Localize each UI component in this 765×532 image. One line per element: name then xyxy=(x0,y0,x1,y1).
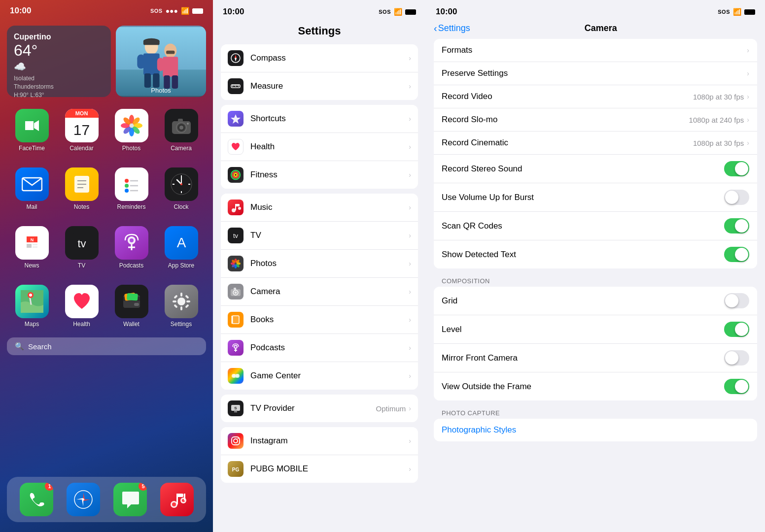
svg-marker-105 xyxy=(235,58,237,62)
settings-row-pubg[interactable]: PG PUBG MOBILE › xyxy=(221,455,418,483)
svg-rect-35 xyxy=(22,176,42,192)
app-mail[interactable]: Mail xyxy=(7,164,57,214)
cam-row-formats[interactable]: Formats › xyxy=(434,39,757,62)
record-slomo-label: Record Slo-mo xyxy=(442,115,689,125)
settings-row-measure[interactable]: Measure › xyxy=(221,72,418,100)
instagram-row-icon xyxy=(228,433,243,449)
app-wallet[interactable]: Wallet xyxy=(106,281,156,332)
app-camera[interactable]: Camera xyxy=(156,105,206,156)
phone-badge: 1 xyxy=(45,483,53,491)
settings-row-music[interactable]: Music › xyxy=(221,194,418,222)
cam-row-preserve[interactable]: Preserve Settings › xyxy=(434,62,757,85)
cam-row-photo-styles[interactable]: Photographic Styles xyxy=(434,419,757,441)
svg-point-143 xyxy=(233,374,239,378)
settings-title: Settings xyxy=(213,21,426,44)
photos-widget[interactable]: Photos xyxy=(116,26,206,97)
app-news[interactable]: N News xyxy=(7,222,57,273)
grid-toggle[interactable] xyxy=(724,293,749,308)
app-health[interactable]: Health xyxy=(57,281,106,332)
tv-icon: tv xyxy=(65,226,99,260)
app-maps[interactable]: Maps xyxy=(7,281,57,332)
svg-marker-19 xyxy=(34,120,39,131)
app-appstore[interactable]: A App Store xyxy=(156,222,206,273)
detected-text-toggle[interactable] xyxy=(724,247,749,262)
dock-phone[interactable]: 1 xyxy=(20,483,53,516)
homescreen-panel: 10:00 SOS ●●● 📶 Cupertino 64° ☁️ Isolate… xyxy=(0,0,213,532)
stereo-toggle[interactable] xyxy=(724,161,749,176)
settings-row-compass[interactable]: Compass › xyxy=(221,44,418,72)
gamecenter-row-icon xyxy=(228,368,243,384)
dock-messages[interactable]: 5 xyxy=(113,483,147,516)
shortcuts-row-icon xyxy=(228,111,243,127)
hs-time: 10:00 xyxy=(10,6,31,16)
facetime-icon xyxy=(15,109,49,142)
svg-marker-93 xyxy=(76,498,83,499)
camera-detail-panel: 10:00 SOS 📶 ‹ Settings Camera Formats › … xyxy=(426,0,765,532)
photos-label: Photos xyxy=(122,145,140,152)
shortcuts-label: Shortcuts xyxy=(250,114,409,124)
svg-point-41 xyxy=(125,179,129,183)
settings-row-gamecenter[interactable]: Game Center › xyxy=(221,362,418,390)
grid-label: Grid xyxy=(442,296,724,306)
music-label: Music xyxy=(250,202,409,212)
mirror-toggle[interactable] xyxy=(724,350,749,366)
svg-rect-85 xyxy=(186,300,190,302)
cam-row-record-cinematic[interactable]: Record Cinematic 1080p at 30 fps › xyxy=(434,132,757,155)
back-chevron-icon: ‹ xyxy=(434,23,437,34)
svg-rect-133 xyxy=(234,288,236,290)
settings-row-photos2[interactable]: Photos › xyxy=(221,250,418,278)
svg-point-115 xyxy=(234,173,237,176)
books-row-icon xyxy=(228,312,243,328)
settings-status-bar: 10:00 SOS 📶 xyxy=(213,0,426,21)
dock-safari[interactable] xyxy=(67,483,100,516)
app-reminders[interactable]: Reminders xyxy=(106,164,156,214)
settings-row-fitness[interactable]: Fitness › xyxy=(221,161,418,189)
weather-widget[interactable]: Cupertino 64° ☁️ IsolatedThunderstormsH:… xyxy=(7,26,111,97)
camera2-chevron: › xyxy=(409,288,411,296)
widgets-row: Cupertino 64° ☁️ IsolatedThunderstormsH:… xyxy=(0,22,213,101)
svg-point-67 xyxy=(130,238,134,242)
detected-text-label: Show Detected Text xyxy=(442,250,724,260)
settings-row-tv[interactable]: tv TV › xyxy=(221,222,418,250)
compass-row-icon xyxy=(228,50,243,66)
messages-badge: 5 xyxy=(139,483,146,491)
settings-row-podcasts2[interactable]: Podcasts › xyxy=(221,334,418,362)
clock-icon xyxy=(165,167,198,201)
dock-music-icon xyxy=(160,483,194,516)
settings-row-tvprovider[interactable]: S TV Provider Optimum › xyxy=(221,395,418,422)
app-facetime[interactable]: FaceTime xyxy=(7,105,57,156)
settings-row-books[interactable]: Books › xyxy=(221,306,418,334)
level-toggle[interactable] xyxy=(724,322,749,337)
app-tv[interactable]: tv TV xyxy=(57,222,106,273)
app-photos[interactable]: Photos xyxy=(106,105,156,156)
svg-rect-12 xyxy=(157,58,164,71)
search-bar[interactable]: 🔍 Search xyxy=(7,337,206,355)
volume-burst-toggle[interactable] xyxy=(724,190,749,205)
settings-row-health[interactable]: Health › xyxy=(221,133,418,161)
cam-row-record-video[interactable]: Record Video 1080p at 30 fps › xyxy=(434,85,757,108)
app-clock[interactable]: Clock xyxy=(156,164,206,214)
svg-rect-135 xyxy=(232,316,239,324)
maps-label: Maps xyxy=(25,321,39,328)
back-button[interactable]: ‹ Settings xyxy=(434,23,470,34)
camera2-label: Camera xyxy=(250,287,409,297)
settings-row-camera2[interactable]: Camera › xyxy=(221,278,418,306)
svg-text:A: A xyxy=(176,235,186,250)
app-settings[interactable]: Settings xyxy=(156,281,206,332)
dock-music[interactable] xyxy=(160,483,194,516)
tv-label: TV xyxy=(250,231,409,240)
app-calendar[interactable]: MON 17 Calendar xyxy=(57,105,106,156)
app-notes[interactable]: Notes xyxy=(57,164,106,214)
tv-row-icon: tv xyxy=(228,228,243,243)
facetime-label: FaceTime xyxy=(19,145,45,152)
view-outside-toggle[interactable] xyxy=(724,379,749,394)
settings-row-instagram[interactable]: Instagram › xyxy=(221,427,418,455)
clock-label: Clock xyxy=(174,203,188,210)
app-podcasts[interactable]: Podcasts xyxy=(106,222,156,273)
qr-toggle[interactable] xyxy=(724,218,749,233)
cam-row-record-slomo[interactable]: Record Slo-mo 1080p at 240 fps › xyxy=(434,108,757,132)
svg-marker-112 xyxy=(231,114,241,124)
preserve-chevron: › xyxy=(747,69,749,77)
app-grid-row3: N News tv TV xyxy=(0,218,213,277)
settings-row-shortcuts[interactable]: Shortcuts › xyxy=(221,105,418,133)
